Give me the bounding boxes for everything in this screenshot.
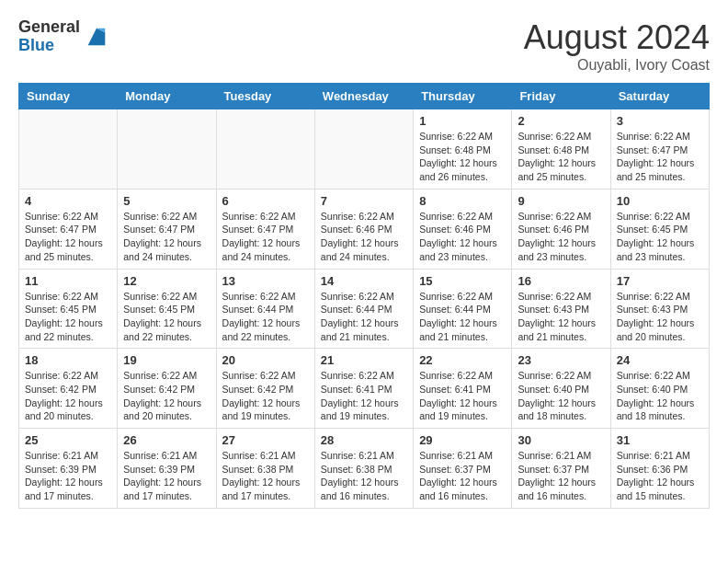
day-number: 20 [222, 353, 309, 367]
calendar-header-row: SundayMondayTuesdayWednesdayThursdayFrid… [19, 84, 710, 109]
week-row-2: 4Sunrise: 6:22 AM Sunset: 6:47 PM Daylig… [19, 189, 710, 269]
day-number: 9 [518, 194, 604, 208]
calendar-cell: 31Sunrise: 6:21 AM Sunset: 6:36 PM Dayli… [610, 429, 709, 509]
day-info: Sunrise: 6:21 AM Sunset: 6:39 PM Dayligh… [25, 449, 111, 503]
day-info: Sunrise: 6:21 AM Sunset: 6:37 PM Dayligh… [419, 449, 506, 503]
day-info: Sunrise: 6:22 AM Sunset: 6:45 PM Dayligh… [123, 290, 210, 344]
column-header-tuesday: Tuesday [216, 84, 314, 109]
day-info: Sunrise: 6:22 AM Sunset: 6:46 PM Dayligh… [518, 210, 604, 264]
calendar-cell: 23Sunrise: 6:22 AM Sunset: 6:40 PM Dayli… [512, 349, 610, 429]
day-number: 5 [123, 194, 210, 208]
day-info: Sunrise: 6:22 AM Sunset: 6:47 PM Dayligh… [222, 210, 309, 264]
day-number: 21 [321, 353, 407, 367]
day-info: Sunrise: 6:22 AM Sunset: 6:42 PM Dayligh… [123, 369, 210, 423]
calendar-cell: 15Sunrise: 6:22 AM Sunset: 6:44 PM Dayli… [414, 269, 512, 349]
day-number: 2 [518, 114, 604, 128]
day-number: 14 [321, 274, 407, 288]
day-info: Sunrise: 6:22 AM Sunset: 6:41 PM Dayligh… [419, 369, 506, 423]
calendar-cell: 24Sunrise: 6:22 AM Sunset: 6:40 PM Dayli… [610, 349, 709, 429]
page-header: General Blue August 2024 Ouyabli, Ivory … [18, 18, 710, 74]
column-header-monday: Monday [118, 84, 216, 109]
day-number: 25 [25, 433, 111, 447]
calendar-cell: 9Sunrise: 6:22 AM Sunset: 6:46 PM Daylig… [512, 189, 610, 269]
day-number: 12 [123, 274, 210, 288]
column-header-saturday: Saturday [610, 84, 709, 109]
calendar-cell: 28Sunrise: 6:21 AM Sunset: 6:38 PM Dayli… [314, 429, 413, 509]
calendar-cell: 8Sunrise: 6:22 AM Sunset: 6:46 PM Daylig… [414, 189, 512, 269]
day-number: 26 [123, 433, 210, 447]
calendar-cell: 30Sunrise: 6:21 AM Sunset: 6:37 PM Dayli… [512, 429, 610, 509]
day-info: Sunrise: 6:22 AM Sunset: 6:42 PM Dayligh… [222, 369, 309, 423]
day-info: Sunrise: 6:22 AM Sunset: 6:41 PM Dayligh… [321, 369, 407, 423]
calendar-cell: 21Sunrise: 6:22 AM Sunset: 6:41 PM Dayli… [314, 349, 413, 429]
day-info: Sunrise: 6:21 AM Sunset: 6:37 PM Dayligh… [518, 449, 604, 503]
day-info: Sunrise: 6:22 AM Sunset: 6:45 PM Dayligh… [25, 290, 111, 344]
day-info: Sunrise: 6:22 AM Sunset: 6:43 PM Dayligh… [518, 290, 604, 344]
calendar-cell: 14Sunrise: 6:22 AM Sunset: 6:44 PM Dayli… [314, 269, 413, 349]
calendar-cell: 2Sunrise: 6:22 AM Sunset: 6:48 PM Daylig… [512, 109, 610, 190]
day-number: 11 [25, 274, 111, 288]
calendar-table: SundayMondayTuesdayWednesdayThursdayFrid… [18, 83, 710, 509]
calendar-cell: 4Sunrise: 6:22 AM Sunset: 6:47 PM Daylig… [19, 189, 118, 269]
calendar-cell: 27Sunrise: 6:21 AM Sunset: 6:38 PM Dayli… [216, 429, 314, 509]
title-block: August 2024 Ouyabli, Ivory Coast [524, 18, 710, 74]
week-row-5: 25Sunrise: 6:21 AM Sunset: 6:39 PM Dayli… [19, 429, 710, 509]
calendar-cell: 3Sunrise: 6:22 AM Sunset: 6:47 PM Daylig… [610, 109, 709, 190]
day-number: 23 [518, 353, 604, 367]
day-number: 13 [222, 274, 309, 288]
day-number: 16 [518, 274, 604, 288]
calendar-cell [216, 109, 314, 190]
day-info: Sunrise: 6:22 AM Sunset: 6:44 PM Dayligh… [222, 290, 309, 344]
day-number: 7 [321, 194, 407, 208]
location-subtitle: Ouyabli, Ivory Coast [524, 57, 710, 74]
calendar-cell: 1Sunrise: 6:22 AM Sunset: 6:48 PM Daylig… [414, 109, 512, 190]
logo: General Blue [18, 18, 109, 55]
week-row-4: 18Sunrise: 6:22 AM Sunset: 6:42 PM Dayli… [19, 349, 710, 429]
column-header-sunday: Sunday [19, 84, 118, 109]
day-info: Sunrise: 6:22 AM Sunset: 6:48 PM Dayligh… [419, 130, 506, 184]
calendar-cell: 7Sunrise: 6:22 AM Sunset: 6:46 PM Daylig… [314, 189, 413, 269]
day-number: 17 [617, 274, 703, 288]
calendar-cell: 25Sunrise: 6:21 AM Sunset: 6:39 PM Dayli… [19, 429, 118, 509]
day-number: 18 [25, 353, 111, 367]
week-row-3: 11Sunrise: 6:22 AM Sunset: 6:45 PM Dayli… [19, 269, 710, 349]
day-info: Sunrise: 6:22 AM Sunset: 6:46 PM Dayligh… [419, 210, 506, 264]
day-number: 22 [419, 353, 506, 367]
calendar-cell: 16Sunrise: 6:22 AM Sunset: 6:43 PM Dayli… [512, 269, 610, 349]
week-row-1: 1Sunrise: 6:22 AM Sunset: 6:48 PM Daylig… [19, 109, 710, 190]
day-number: 1 [419, 114, 506, 128]
day-number: 28 [321, 433, 407, 447]
column-header-thursday: Thursday [414, 84, 512, 109]
column-header-wednesday: Wednesday [314, 84, 413, 109]
column-header-friday: Friday [512, 84, 610, 109]
day-number: 8 [419, 194, 506, 208]
day-number: 4 [25, 194, 111, 208]
day-info: Sunrise: 6:22 AM Sunset: 6:43 PM Dayligh… [617, 290, 703, 344]
day-number: 24 [617, 353, 703, 367]
day-number: 3 [617, 114, 703, 128]
day-info: Sunrise: 6:21 AM Sunset: 6:39 PM Dayligh… [123, 449, 210, 503]
calendar-cell: 17Sunrise: 6:22 AM Sunset: 6:43 PM Dayli… [610, 269, 709, 349]
day-info: Sunrise: 6:22 AM Sunset: 6:45 PM Dayligh… [617, 210, 703, 264]
calendar-cell: 13Sunrise: 6:22 AM Sunset: 6:44 PM Dayli… [216, 269, 314, 349]
logo-general-text: General [18, 18, 80, 37]
day-info: Sunrise: 6:21 AM Sunset: 6:38 PM Dayligh… [321, 449, 407, 503]
calendar-cell: 10Sunrise: 6:22 AM Sunset: 6:45 PM Dayli… [610, 189, 709, 269]
day-number: 29 [419, 433, 506, 447]
logo-icon [84, 24, 109, 50]
logo-blue-text: Blue [18, 37, 80, 55]
calendar-cell: 11Sunrise: 6:22 AM Sunset: 6:45 PM Dayli… [19, 269, 118, 349]
day-number: 15 [419, 274, 506, 288]
calendar-cell: 19Sunrise: 6:22 AM Sunset: 6:42 PM Dayli… [118, 349, 216, 429]
day-number: 30 [518, 433, 604, 447]
day-info: Sunrise: 6:22 AM Sunset: 6:44 PM Dayligh… [321, 290, 407, 344]
calendar-cell: 20Sunrise: 6:22 AM Sunset: 6:42 PM Dayli… [216, 349, 314, 429]
day-info: Sunrise: 6:22 AM Sunset: 6:47 PM Dayligh… [25, 210, 111, 264]
calendar-cell: 12Sunrise: 6:22 AM Sunset: 6:45 PM Dayli… [118, 269, 216, 349]
day-info: Sunrise: 6:22 AM Sunset: 6:44 PM Dayligh… [419, 290, 506, 344]
calendar-cell: 22Sunrise: 6:22 AM Sunset: 6:41 PM Dayli… [414, 349, 512, 429]
day-info: Sunrise: 6:22 AM Sunset: 6:40 PM Dayligh… [518, 369, 604, 423]
day-info: Sunrise: 6:22 AM Sunset: 6:40 PM Dayligh… [617, 369, 703, 423]
calendar-cell: 18Sunrise: 6:22 AM Sunset: 6:42 PM Dayli… [19, 349, 118, 429]
day-info: Sunrise: 6:22 AM Sunset: 6:47 PM Dayligh… [617, 130, 703, 184]
